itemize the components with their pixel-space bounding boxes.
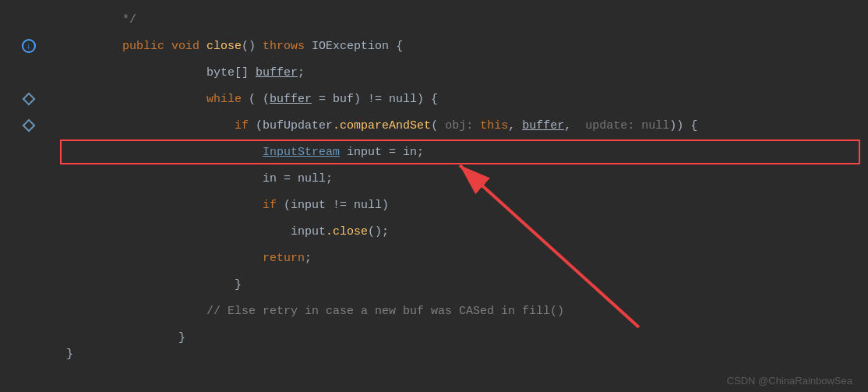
code-token: (input != null) (277, 199, 389, 212)
keyword-throws: throws (263, 40, 305, 53)
code-token: ; (298, 66, 305, 79)
keyword-while: while (206, 93, 242, 106)
code-token: } (122, 331, 185, 344)
gutter-line-9 (0, 218, 58, 245)
diamond-icon-2 (22, 119, 35, 132)
code-token: input (122, 225, 326, 238)
circle-arrow-icon: ↓ (22, 39, 36, 53)
code-token: } (66, 348, 73, 361)
code-last-line: } (58, 341, 73, 367)
code-token: , (508, 119, 522, 132)
keyword-if: if (235, 119, 249, 132)
code-token: ( ( (242, 93, 270, 106)
code-token (122, 252, 263, 265)
keyword-return: return (263, 252, 305, 265)
code-token (122, 119, 235, 132)
code-line-close-brace2: } (58, 324, 868, 351)
code-token: bufUpdater (263, 119, 333, 132)
gutter-line-11 (0, 271, 58, 298)
code-token: (); (368, 225, 389, 238)
code-token: // Else retry in case a new buf was CASe… (122, 305, 564, 318)
gutter-line-7 (0, 165, 58, 192)
code-content: */ public void close() throws IOExceptio… (58, 0, 868, 392)
code-token: buffer (522, 119, 564, 132)
bottom-bar: CSDN @ChinaRainbowSea (0, 369, 868, 392)
gutter: ↓ (0, 0, 58, 392)
code-token: IOException (305, 40, 396, 53)
keyword-void: void (171, 40, 206, 53)
code-token: in (403, 146, 417, 159)
gutter-line-5 (0, 112, 58, 139)
code-token: */ (66, 13, 136, 26)
gutter-line-10 (0, 245, 58, 271)
gutter-line-4 (0, 86, 58, 112)
code-token: obj: (438, 119, 480, 132)
code-token: in = null; (122, 172, 333, 185)
gutter-line-6 (0, 139, 58, 165)
gutter-line-2: ↓ (0, 33, 58, 59)
code-token: buffer (256, 66, 298, 79)
code-token: byte[] (122, 66, 256, 79)
code-token: , (564, 119, 585, 132)
watermark-text: CSDN @ChinaRainbowSea (727, 375, 852, 387)
code-token: ( (249, 119, 263, 132)
diamond-icon (22, 93, 35, 106)
code-token: .compareAndSet (333, 119, 431, 132)
code-token: } (66, 318, 185, 358)
code-token: } (122, 278, 242, 291)
code-token: input = (340, 146, 403, 159)
keyword-public: public (122, 40, 171, 53)
code-token: ; (305, 252, 312, 265)
code-token: = buf) != null) { (312, 93, 438, 106)
code-token: update: null (585, 119, 669, 132)
keyword-if2: if (263, 199, 277, 212)
code-token: )) { (669, 119, 697, 132)
keyword-this: this (480, 119, 508, 132)
code-token (122, 199, 263, 212)
gutter-line-8 (0, 192, 58, 218)
code-token: .close (326, 225, 368, 238)
code-token: buffer (270, 93, 312, 106)
code-token-inputstream: InputStream (263, 146, 340, 159)
method-name: close (206, 40, 242, 53)
code-editor: ↓ */ (0, 0, 868, 392)
code-token: () (242, 40, 263, 53)
gutter-line-3 (0, 59, 58, 86)
code-token (122, 146, 263, 159)
code-token: ( (431, 119, 438, 132)
code-token: { (396, 40, 403, 53)
gutter-line-12 (0, 298, 58, 324)
code-token: ; (417, 146, 424, 159)
gutter-line-1 (0, 6, 58, 33)
code-token (122, 93, 206, 106)
gutter-line-13 (0, 324, 58, 351)
